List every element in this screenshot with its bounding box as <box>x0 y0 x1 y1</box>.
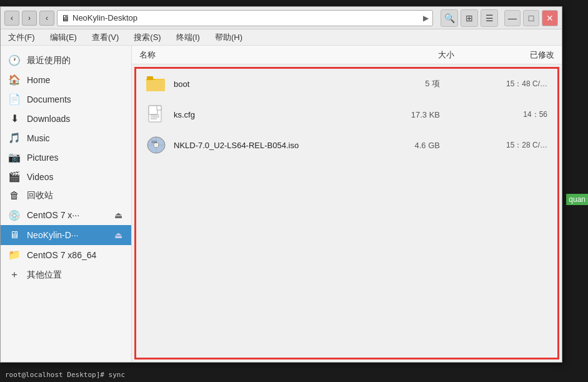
file-size-kscfg: 17.3 KB <box>377 110 440 119</box>
menu-help[interactable]: 帮助(H) <box>212 31 245 44</box>
menu-terminal[interactable]: 终端(I) <box>174 31 202 44</box>
sidebar-item-recent[interactable]: 🕐 最近使用的 <box>1 51 131 70</box>
menu-search[interactable]: 搜索(S) <box>131 31 163 44</box>
col-header-size: 大小 <box>392 49 454 61</box>
svg-rect-5 <box>149 106 157 114</box>
view-list-button[interactable]: ☰ <box>481 9 498 27</box>
location-text: NeoKylin-Desktop <box>72 13 421 23</box>
main-content: 🕐 最近使用的 🏠 Home 📄 Documents ⬇ Downloads 🎵… <box>1 46 562 362</box>
svg-rect-2 <box>146 80 165 91</box>
file-modified-iso: 15：28 C/… <box>447 140 547 151</box>
sidebar-label-videos: Videos <box>27 172 124 182</box>
sidebar-item-centos1[interactable]: 💿 CentOS 7 x··· ⏏ <box>1 205 131 225</box>
svg-text:ISO: ISO <box>151 140 157 144</box>
eject-neokylin-button[interactable]: ⏏ <box>113 229 124 241</box>
column-headers: 名称 大小 已修改 <box>132 46 562 64</box>
sidebar-label-music: Music <box>27 133 124 143</box>
location-icon: 🖥 <box>61 13 70 23</box>
sidebar-label-neokylin: NeoKylin-D··· <box>27 230 107 240</box>
file-name-iso: NKLD-7.0_U2-LS64-REL-B054.iso <box>174 141 370 150</box>
sidebar-label-trash: 回收站 <box>27 190 124 201</box>
svg-rect-3 <box>147 76 153 80</box>
trash-icon: 🗑 <box>8 190 21 201</box>
terminal-bottom-bar: root@localhost Desktop]# sync <box>0 369 588 382</box>
file-item-boot[interactable]: boot 5 项 15：48 C/… <box>136 69 557 99</box>
up-button[interactable]: ‹ <box>39 11 54 26</box>
music-icon: 🎵 <box>8 132 21 144</box>
sidebar-item-neokylin[interactable]: 🖥 NeoKylin-D··· ⏏ <box>1 225 131 245</box>
iso-icon: ISO <box>146 135 166 155</box>
file-modified-boot: 15：48 C/… <box>447 79 547 89</box>
sidebar-item-home[interactable]: 🏠 Home <box>1 70 131 89</box>
file-manager-window: ‹ › ‹ 🖥 NeoKylin-Desktop ▶ 🔍 ⊞ ☰ — □ ✕ 文… <box>0 6 562 363</box>
downloads-icon: ⬇ <box>8 113 21 124</box>
toolbar-right: 🔍 ⊞ ☰ <box>441 9 498 27</box>
file-item-iso[interactable]: ISO NKLD-7.0_U2-LS64-REL-B054.iso 4.6 GB… <box>136 130 557 161</box>
sidebar-label-centos2: CentOS 7 x86_64 <box>27 250 124 260</box>
sidebar-item-downloads[interactable]: ⬇ Downloads <box>1 109 131 128</box>
menu-bar: 文件(F) 编辑(E) 查看(V) 搜索(S) 终端(I) 帮助(H) <box>1 29 562 46</box>
green-badge: quan <box>566 194 588 205</box>
file-name-kscfg: ks.cfg <box>174 110 370 119</box>
sidebar-label-home: Home <box>27 75 124 85</box>
file-item-kscfg[interactable]: ks.cfg 17.3 KB 14：56 <box>136 99 557 130</box>
file-list-area: 名称 大小 已修改 boot <box>132 46 562 362</box>
other-icon: ＋ <box>8 268 21 281</box>
sidebar: 🕐 最近使用的 🏠 Home 📄 Documents ⬇ Downloads 🎵… <box>1 46 132 362</box>
file-list: boot 5 项 15：48 C/… <box>134 67 559 359</box>
centos2-icon: 📁 <box>8 249 21 261</box>
menu-file[interactable]: 文件(F) <box>6 31 37 44</box>
file-size-iso: 4.6 GB <box>377 141 440 150</box>
back-button[interactable]: ‹ <box>4 11 19 26</box>
forward-button[interactable]: › <box>22 11 37 26</box>
eject-centos1-button[interactable]: ⏏ <box>113 209 124 221</box>
file-size-boot: 5 项 <box>377 78 440 89</box>
location-expand-icon: ▶ <box>423 14 429 23</box>
sidebar-item-videos[interactable]: 🎬 Videos <box>1 167 131 186</box>
sidebar-label-recent: 最近使用的 <box>27 55 124 66</box>
neokylin-icon: 🖥 <box>8 229 21 241</box>
documents-icon: 📄 <box>8 93 21 105</box>
sidebar-label-other: 其他位置 <box>27 269 124 281</box>
file-name-boot: boot <box>174 79 370 89</box>
col-header-modified: 已修改 <box>454 49 554 61</box>
centos1-icon: 💿 <box>8 209 21 221</box>
sidebar-label-pictures: Pictures <box>27 153 124 163</box>
window-controls: — □ ✕ <box>504 10 558 26</box>
cfg-icon-kscfg <box>146 104 166 124</box>
sidebar-item-other[interactable]: ＋ 其他位置 <box>1 264 131 285</box>
col-header-name: 名称 <box>139 49 392 61</box>
sidebar-item-pictures[interactable]: 📷 Pictures <box>1 148 131 167</box>
view-icons-button[interactable]: ⊞ <box>461 9 478 27</box>
menu-edit[interactable]: 编辑(E) <box>47 31 79 44</box>
sidebar-item-music[interactable]: 🎵 Music <box>1 128 131 148</box>
videos-icon: 🎬 <box>8 171 21 183</box>
sidebar-label-downloads: Downloads <box>27 114 124 124</box>
minimize-button[interactable]: — <box>504 10 521 26</box>
sidebar-label-documents: Documents <box>27 94 124 104</box>
sidebar-label-centos1: CentOS 7 x··· <box>27 210 107 220</box>
search-button[interactable]: 🔍 <box>441 9 458 27</box>
maximize-button[interactable]: □ <box>523 10 539 26</box>
pictures-icon: 📷 <box>8 151 21 163</box>
sidebar-item-trash[interactable]: 🗑 回收站 <box>1 186 131 205</box>
location-bar[interactable]: 🖥 NeoKylin-Desktop ▶ <box>57 10 433 26</box>
recent-icon: 🕐 <box>8 54 21 66</box>
menu-view[interactable]: 查看(V) <box>89 31 121 44</box>
folder-icon-boot <box>146 74 166 94</box>
title-bar: ‹ › ‹ 🖥 NeoKylin-Desktop ▶ 🔍 ⊞ ☰ — □ ✕ <box>1 7 562 29</box>
sidebar-item-centos2[interactable]: 📁 CentOS 7 x86_64 <box>1 245 131 264</box>
svg-rect-6 <box>157 106 161 110</box>
file-modified-kscfg: 14：56 <box>447 109 547 120</box>
sidebar-item-documents[interactable]: 📄 Documents <box>1 89 131 109</box>
close-button[interactable]: ✕ <box>542 10 558 26</box>
home-icon: 🏠 <box>8 74 21 86</box>
